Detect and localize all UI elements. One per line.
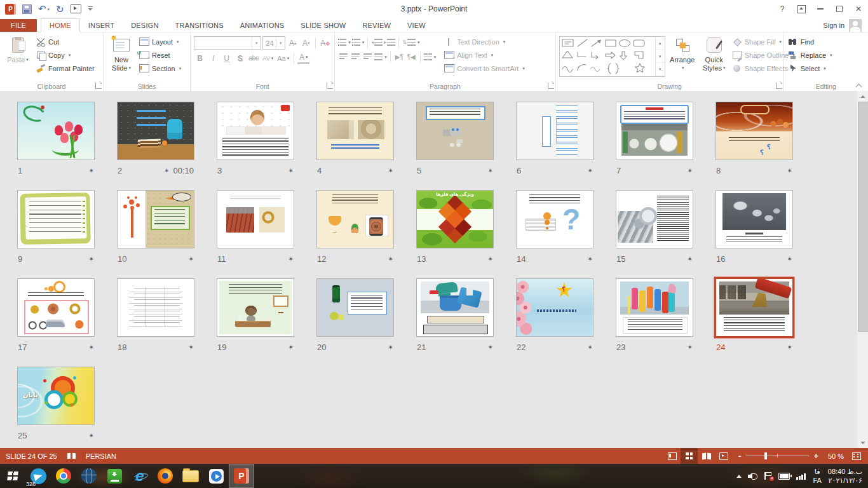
slide-25[interactable]: پایان25✶ xyxy=(17,367,95,440)
transition-star-icon[interactable]: ✶ xyxy=(288,167,294,174)
slide-23-thumbnail[interactable] xyxy=(616,278,693,337)
transition-star-icon[interactable]: ✶ xyxy=(787,167,792,174)
new-slide-button[interactable]: New Slide xyxy=(105,35,137,72)
slide-22-thumbnail[interactable]: ؟ xyxy=(516,278,593,337)
slide-10-thumbnail[interactable] xyxy=(117,190,194,248)
slide-22[interactable]: ؟22✶ xyxy=(516,278,593,352)
clear-formatting-button[interactable]: A◆ xyxy=(319,37,331,49)
transition-star-icon[interactable]: ✶ xyxy=(488,167,493,174)
transition-star-icon[interactable]: ✶ xyxy=(388,344,393,351)
transition-star-icon[interactable]: ✶ xyxy=(488,344,493,351)
slide-12[interactable]: 12✶ xyxy=(316,190,394,264)
find-button[interactable]: Find xyxy=(786,35,834,48)
slide-17[interactable]: 17✶ xyxy=(17,278,95,352)
zoom-out-button[interactable]: - xyxy=(738,451,741,461)
taskbar-chrome[interactable] xyxy=(51,464,76,488)
right-to-left-button[interactable]: ¶◀ xyxy=(406,51,417,63)
font-size-combo[interactable]: 24▾ xyxy=(262,36,285,50)
section-button[interactable]: Section xyxy=(137,62,183,75)
change-case-button[interactable]: Aa xyxy=(276,52,290,64)
transition-star-icon[interactable]: ✶ xyxy=(189,255,194,262)
transition-star-icon[interactable]: ✶ xyxy=(288,344,294,351)
transition-star-icon[interactable]: ✶ xyxy=(288,255,294,262)
taskbar-powerpoint[interactable]: P xyxy=(229,464,254,488)
tab-design[interactable]: DESIGN xyxy=(123,19,166,32)
hidden-icons-chevron[interactable] xyxy=(736,475,742,478)
slide-17-thumbnail[interactable] xyxy=(17,278,95,337)
tray-clock[interactable]: ب.ظ 08:40 ۲۰۲۱/۱۲/۰۶ xyxy=(828,467,862,485)
slide-15-thumbnail[interactable] xyxy=(616,190,693,248)
paste-button[interactable]: Paste xyxy=(2,35,34,65)
taskbar-firefox[interactable] xyxy=(153,464,178,488)
slide-12-thumbnail[interactable] xyxy=(316,190,394,248)
align-left-button[interactable] xyxy=(338,51,349,63)
battery-icon[interactable] xyxy=(778,473,790,480)
scrollbar-thumb[interactable] xyxy=(858,102,868,332)
shrink-font-button[interactable]: A▾ xyxy=(300,37,312,49)
transition-star-icon[interactable]: ✶ xyxy=(688,255,693,262)
vertical-scrollbar[interactable] xyxy=(857,91,868,448)
strikethrough-button[interactable]: abc xyxy=(247,52,260,64)
save-button[interactable] xyxy=(22,4,32,14)
slide-5[interactable]: 5✶ xyxy=(416,102,494,175)
quick-styles-button[interactable]: Quick Styles xyxy=(698,35,730,72)
taskbar-file-explorer[interactable] xyxy=(178,464,203,488)
slide-1[interactable]: 1✶ xyxy=(17,102,95,175)
undo-button[interactable]: ↶ xyxy=(38,4,50,13)
text-direction-button[interactable]: Text Direction xyxy=(442,35,527,48)
font-name-combo[interactable]: ▾ xyxy=(194,36,261,50)
shapes-scroll-down[interactable]: ▼ xyxy=(656,50,665,64)
slide-15[interactable]: 15✶ xyxy=(616,190,693,264)
transition-star-icon[interactable]: ✶ xyxy=(89,255,94,262)
taskbar-internet-explorer[interactable]: e xyxy=(127,464,153,488)
language-indicator[interactable]: PERSIAN xyxy=(86,452,116,460)
font-color-button[interactable]: A xyxy=(297,53,309,64)
tab-file[interactable]: FILE xyxy=(0,19,37,32)
slide-20-thumbnail[interactable] xyxy=(316,278,394,337)
slide-9-thumbnail[interactable] xyxy=(17,190,95,248)
layout-button[interactable]: Layout xyxy=(137,35,183,48)
arrange-button[interactable]: Arrange xyxy=(667,35,698,72)
tab-view[interactable]: VIEW xyxy=(399,19,434,32)
transition-star-icon[interactable]: ✶ xyxy=(688,344,693,351)
start-from-beginning-button[interactable] xyxy=(71,4,81,13)
slide-19[interactable]: 19✶ xyxy=(217,278,294,352)
transition-star-icon[interactable]: ✶ xyxy=(488,255,493,262)
tab-slideshow[interactable]: SLIDE SHOW xyxy=(292,19,354,32)
left-to-right-button[interactable]: ▶¶ xyxy=(394,51,405,63)
format-painter-button[interactable]: Format Painter xyxy=(34,62,97,75)
slide-23[interactable]: 23✶ xyxy=(616,278,693,352)
slide-19-thumbnail[interactable] xyxy=(217,278,294,337)
slide-21[interactable]: 21✶ xyxy=(416,278,494,352)
transition-star-icon[interactable]: ✶ xyxy=(388,167,393,174)
slide-5-thumbnail[interactable] xyxy=(416,102,494,160)
zoom-level[interactable]: 50 % xyxy=(824,452,844,460)
redo-button[interactable]: ↻ xyxy=(56,5,64,13)
slide-21-thumbnail[interactable] xyxy=(416,278,494,337)
transition-star-icon[interactable]: ✶ xyxy=(89,344,94,351)
slide-14[interactable]: ?14✶ xyxy=(516,190,593,264)
taskbar-download-manager[interactable] xyxy=(102,464,127,488)
underline-button[interactable]: U xyxy=(220,52,233,64)
transition-star-icon[interactable]: ✶ xyxy=(189,344,194,351)
slide-24[interactable]: 24✶ xyxy=(715,278,793,352)
text-shadow-button[interactable]: S xyxy=(234,52,246,64)
italic-button[interactable]: I xyxy=(207,52,219,64)
customize-qat-button[interactable] xyxy=(88,6,94,12)
align-center-button[interactable] xyxy=(350,51,361,63)
slide-18-thumbnail[interactable] xyxy=(117,278,194,337)
user-avatar[interactable] xyxy=(849,19,862,32)
columns-button[interactable] xyxy=(424,51,437,63)
help-button[interactable]: ? xyxy=(773,0,792,18)
replace-button[interactable]: Replace xyxy=(786,48,834,62)
justify-button[interactable] xyxy=(374,51,387,63)
slide-20[interactable]: 20✶ xyxy=(316,278,394,352)
slide-13[interactable]: ویژگی های فلزها13✶ xyxy=(416,190,494,264)
bold-button[interactable]: B xyxy=(194,52,206,64)
slide-8[interactable]: ؟8✶ xyxy=(715,102,793,175)
slide-24-thumbnail[interactable] xyxy=(715,278,793,337)
sign-in-link[interactable]: Sign in xyxy=(823,22,844,29)
transition-star-icon[interactable]: ✶ xyxy=(588,255,593,262)
slide-11-thumbnail[interactable] xyxy=(217,190,294,248)
align-right-button[interactable] xyxy=(362,51,373,63)
